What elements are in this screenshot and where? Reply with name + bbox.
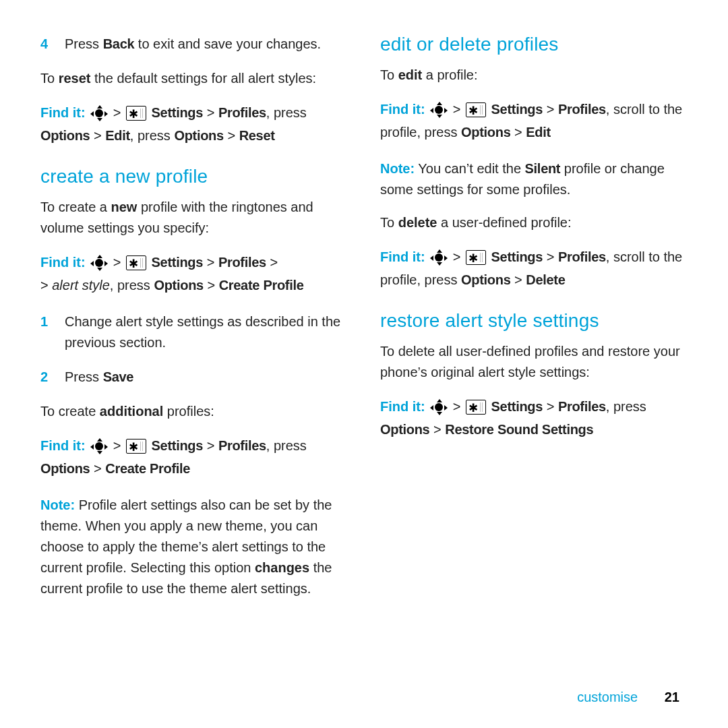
- settings-icon: [126, 106, 146, 121]
- step-text: Press Back to exit and save your changes…: [65, 34, 321, 55]
- nav-key-icon: [430, 400, 448, 414]
- create-steps: 1 Change alert style settings as describ…: [40, 311, 348, 388]
- step-list-continued: 4 Press Back to exit and save your chang…: [40, 34, 348, 55]
- section-name: customise: [577, 690, 638, 704]
- settings-icon: [126, 439, 146, 454]
- list-item: 2 Press Save: [40, 367, 348, 388]
- nav-key-icon: [90, 107, 108, 120]
- page-footer: customise 21: [577, 690, 679, 705]
- heading-edit-delete: edit or delete profiles: [380, 34, 688, 55]
- step-text: Press Save: [65, 367, 133, 388]
- step-number: 2: [40, 367, 50, 388]
- nav-key-icon: [90, 256, 108, 270]
- step-text: Change alert style settings as described…: [65, 311, 348, 353]
- theme-note: Note: Profile alert settings also can be…: [40, 495, 348, 599]
- step-number: 4: [40, 34, 50, 55]
- delete-intro: To delete a user-defined profile:: [380, 212, 688, 233]
- edit-note: Note: You can’t edit the Silent profile …: [380, 158, 688, 200]
- step-number: 1: [40, 311, 50, 353]
- heading-create-profile: create a new profile: [40, 166, 348, 187]
- additional-intro: To create additional profiles:: [40, 401, 348, 422]
- find-it-restore: Find it: > Settings > Profiles, press Op…: [380, 395, 688, 441]
- find-it-create: Find it: > Settings > Profiles > > alert…: [40, 251, 348, 297]
- page-number: 21: [665, 690, 679, 704]
- key-save: Save: [103, 369, 134, 384]
- create-intro: To create a new profile with the rington…: [40, 197, 348, 239]
- find-it-delete: Find it: > Settings > Profiles, scroll t…: [380, 245, 688, 291]
- reset-intro: To reset the default settings for all al…: [40, 68, 348, 89]
- find-it-edit: Find it: > Settings > Profiles, scroll t…: [380, 98, 688, 144]
- left-column: 4 Press Back to exit and save your chang…: [40, 34, 348, 611]
- nav-key-icon: [430, 251, 448, 264]
- list-item: 4 Press Back to exit and save your chang…: [40, 34, 348, 55]
- settings-icon: [466, 102, 486, 117]
- list-item: 1 Change alert style settings as describ…: [40, 311, 348, 353]
- find-it-reset: Find it: > Settings > Profiles, press Op…: [40, 101, 348, 147]
- settings-icon: [466, 250, 486, 265]
- key-back: Back: [103, 36, 135, 51]
- nav-key-icon: [430, 103, 448, 117]
- restore-intro: To delete all user-defined profiles and …: [380, 341, 688, 383]
- settings-icon: [126, 255, 146, 270]
- page-body: 4 Press Back to exit and save your chang…: [0, 0, 728, 611]
- heading-restore: restore alert style settings: [380, 310, 688, 332]
- find-it-additional: Find it: > Settings > Profiles, press Op…: [40, 434, 348, 480]
- nav-key-icon: [90, 439, 108, 453]
- right-column: edit or delete profiles To edit a profil…: [380, 34, 688, 611]
- edit-intro: To edit a profile:: [380, 65, 688, 86]
- settings-icon: [466, 400, 486, 415]
